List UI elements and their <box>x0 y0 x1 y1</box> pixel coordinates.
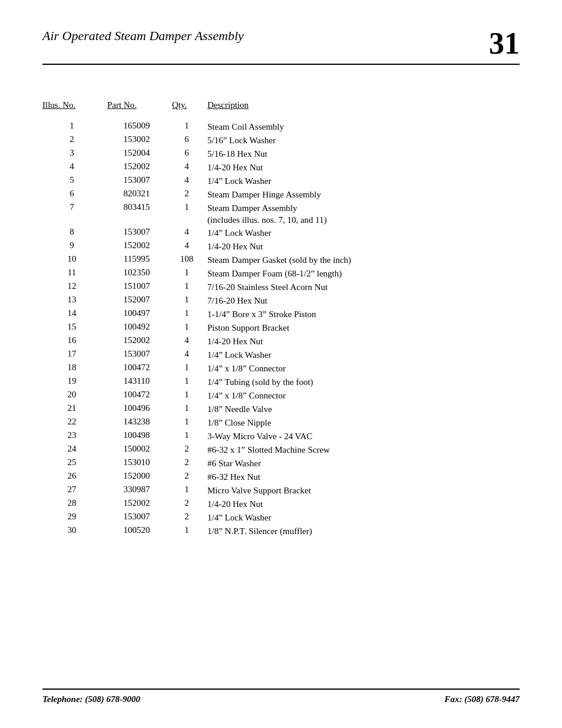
cell-qty: 1 <box>172 390 207 400</box>
cell-illus-no: 10 <box>42 254 107 264</box>
cell-qty: 1 <box>172 268 207 278</box>
cell-qty: 1 <box>172 202 207 212</box>
cell-illus-no: 19 <box>42 376 107 386</box>
cell-description: 1/4” x 1/8” Connector <box>207 363 520 374</box>
cell-illus-no: 17 <box>42 349 107 359</box>
footer-telephone: Telephone: (508) 678-9000 <box>42 694 140 704</box>
cell-description: 1/4-20 Hex Nut <box>207 498 520 510</box>
page: Air Operated Steam Damper Assembly 31 Il… <box>0 0 562 728</box>
cell-part-no: 153002 <box>107 134 172 144</box>
cell-illus-no: 7 <box>42 202 107 212</box>
cell-part-no: 100472 <box>107 363 172 373</box>
page-footer: Telephone: (508) 678-9000 Fax: (508) 678… <box>42 689 520 704</box>
cell-part-no: 152002 <box>107 498 172 508</box>
table-row: 1215100717/16-20 Stainless Steel Acorn N… <box>42 281 520 294</box>
cell-description: Steam Damper Gasket (sold by the inch) <box>207 254 520 266</box>
cell-qty: 2 <box>172 457 207 467</box>
cell-qty: 108 <box>172 254 207 264</box>
cell-description: Steam Damper Hinge Assembly <box>207 189 520 200</box>
cell-description: 1/4” Lock Washer <box>207 227 520 239</box>
cell-description: #6 Star Washer <box>207 457 520 469</box>
cell-illus-no: 28 <box>42 498 107 508</box>
table-row: 1715300741/4” Lock Washer <box>42 349 520 362</box>
table-row: 2915300721/4” Lock Washer <box>42 512 520 525</box>
cell-illus-no: 3 <box>42 148 107 158</box>
cell-qty: 1 <box>172 363 207 373</box>
col-header-qty: Qty. <box>172 100 207 110</box>
cell-description: 7/16-20 Hex Nut <box>207 295 520 307</box>
cell-qty: 2 <box>172 189 207 199</box>
cell-description-sub: (includes illus. nos. 7, 10, and 11) <box>207 214 520 226</box>
col-header-illus: Illus. No. <box>42 100 107 110</box>
col-header-description: Description <box>207 100 520 110</box>
cell-illus-no: 12 <box>42 281 107 291</box>
table-row: 2214323811/8” Close Nipple <box>42 417 520 430</box>
cell-illus-no: 25 <box>42 457 107 467</box>
cell-description: Micro Valve Support Bracket <box>207 485 520 496</box>
cell-part-no: 153007 <box>107 175 172 185</box>
cell-qty: 4 <box>172 335 207 345</box>
cell-description: Steam Damper Foam (68-1/2” length) <box>207 268 520 279</box>
cell-illus-no: 20 <box>42 390 107 400</box>
cell-part-no: 100497 <box>107 308 172 318</box>
cell-description: 1/8” Close Nipple <box>207 417 520 429</box>
cell-part-no: 150002 <box>107 444 172 454</box>
cell-description: #6-32 x 1” Slotted Machine Screw <box>207 444 520 456</box>
table-row: 10115995108Steam Damper Gasket (sold by … <box>42 254 520 267</box>
table-row: 151004921Piston Support Bracket <box>42 322 520 335</box>
cell-description: 1/4” Lock Washer <box>207 349 520 361</box>
cell-description: 1/4” Tubing (sold by the foot) <box>207 376 520 388</box>
cell-qty: 1 <box>172 525 207 535</box>
cell-illus-no: 26 <box>42 471 107 481</box>
table-row: 251530102#6 Star Washer <box>42 457 520 470</box>
cell-qty: 1 <box>172 308 207 318</box>
cell-part-no: 152000 <box>107 471 172 481</box>
cell-description: #6-32 Hex Nut <box>207 471 520 483</box>
cell-illus-no: 22 <box>42 417 107 427</box>
table-row: 111023501Steam Damper Foam (68-1/2” leng… <box>42 268 520 281</box>
footer-fax: Fax: (508) 678-9447 <box>445 694 520 704</box>
table-row: 3010052011/8” N.P.T. Silencer (muffler) <box>42 525 520 538</box>
cell-description: Steam Damper Assembly(includes illus. no… <box>207 202 520 226</box>
cell-part-no: 153010 <box>107 457 172 467</box>
cell-illus-no: 1 <box>42 121 107 131</box>
page-title: Air Operated Steam Damper Assembly <box>42 28 244 44</box>
cell-description: 1/4-20 Hex Nut <box>207 241 520 252</box>
cell-description: 1-1/4” Bore x 3” Stroke Piston <box>207 308 520 320</box>
cell-part-no: 100492 <box>107 322 172 332</box>
cell-qty: 1 <box>172 430 207 440</box>
cell-description: 1/8” Needle Valve <box>207 403 520 415</box>
table-row: 215300265/16” Lock Washer <box>42 134 520 147</box>
cell-part-no: 100496 <box>107 403 172 413</box>
table-row: 2110049611/8” Needle Valve <box>42 403 520 416</box>
cell-part-no: 143238 <box>107 417 172 427</box>
cell-description: 1/4” Lock Washer <box>207 175 520 187</box>
table-row: 2815200221/4-20 Hex Nut <box>42 498 520 511</box>
table-row: 315200465/16-18 Hex Nut <box>42 148 520 161</box>
table-row: 273309871Micro Valve Support Bracket <box>42 485 520 498</box>
table-row: 1410049711-1/4” Bore x 3” Stroke Piston <box>42 308 520 321</box>
cell-part-no: 143110 <box>107 376 172 386</box>
cell-illus-no: 11 <box>42 268 107 278</box>
cell-part-no: 803415 <box>107 202 172 212</box>
cell-description: 5/16-18 Hex Nut <box>207 148 520 160</box>
cell-qty: 1 <box>172 403 207 413</box>
cell-qty: 1 <box>172 322 207 332</box>
cell-qty: 1 <box>172 485 207 495</box>
cell-part-no: 102350 <box>107 268 172 278</box>
col-header-part: Part No. <box>107 100 172 110</box>
cell-part-no: 100498 <box>107 430 172 440</box>
table-row: 68203212Steam Damper Hinge Assembly <box>42 189 520 202</box>
cell-part-no: 151007 <box>107 281 172 291</box>
cell-qty: 2 <box>172 471 207 481</box>
cell-qty: 4 <box>172 162 207 172</box>
cell-description: Steam Coil Assembly <box>207 121 520 133</box>
cell-description: 3-Way Micro Valve - 24 VAC <box>207 430 520 442</box>
cell-qty: 2 <box>172 498 207 508</box>
cell-illus-no: 5 <box>42 175 107 185</box>
table-row: 1615200241/4-20 Hex Nut <box>42 335 520 348</box>
cell-illus-no: 23 <box>42 430 107 440</box>
cell-illus-no: 18 <box>42 363 107 373</box>
table-row: 11650091Steam Coil Assembly <box>42 121 520 134</box>
table-row: 2310049813-Way Micro Valve - 24 VAC <box>42 430 520 443</box>
